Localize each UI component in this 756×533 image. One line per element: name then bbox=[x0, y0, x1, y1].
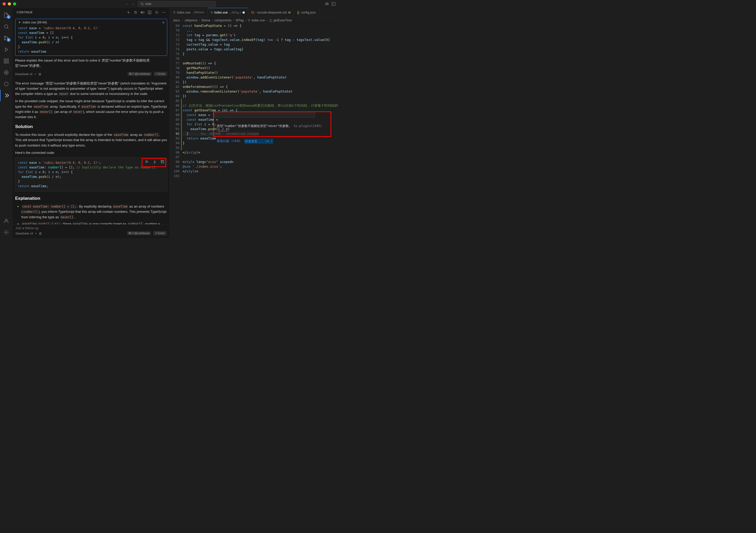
maximize-window-button[interactable] bbox=[13, 2, 16, 6]
error-hover-popup: 类型"number"的参数不能赋给类型"never"的参数。 ts-plugin… bbox=[214, 113, 315, 117]
model-selector[interactable]: DeepSeek v3 bbox=[15, 72, 32, 76]
chevron-down-icon[interactable]: ∨ bbox=[35, 232, 37, 235]
more-icon[interactable] bbox=[162, 11, 166, 14]
window-controls bbox=[3, 2, 16, 6]
titlebar: ← → note bbox=[0, 0, 338, 8]
toggle-icon[interactable] bbox=[141, 11, 145, 14]
tab-config-json[interactable]: {} config.json bbox=[294, 8, 319, 17]
nav-back-button[interactable]: ← bbox=[125, 2, 129, 6]
search-text: note bbox=[145, 2, 151, 6]
run-icon[interactable] bbox=[144, 159, 150, 165]
svg-rect-23 bbox=[162, 161, 164, 163]
editor-content[interactable]: 6970717273747576777879808182838485868788… bbox=[170, 23, 338, 238]
codebase-shortcut: ⌘⏎ @codebase bbox=[127, 72, 151, 76]
dirty-indicator-icon bbox=[243, 12, 245, 13]
solution-heading: Solution bbox=[15, 123, 167, 130]
close-icon[interactable]: ✕ bbox=[162, 21, 165, 24]
scm-badge: 2 bbox=[7, 38, 11, 42]
svg-rect-11 bbox=[7, 62, 8, 63]
enter-button-2[interactable]: ⏎ Enter bbox=[153, 231, 167, 235]
solution-code-block: const ease = 'cubic-bezier(0.4, 0, 0.2, … bbox=[15, 157, 167, 191]
svg-point-6 bbox=[4, 39, 6, 40]
tab-index-whome[interactable]: V index.vue .../WHome bbox=[170, 8, 208, 17]
context-filename: index.vue (88-94) bbox=[23, 21, 47, 24]
chevron-down-icon[interactable]: ∨ bbox=[35, 73, 36, 75]
svg-point-17 bbox=[141, 12, 143, 13]
continue-panel: CONTINUE ▼ index.vue (88-94) ✕ const eas… bbox=[13, 8, 170, 238]
activity-source-control[interactable]: 2 bbox=[0, 32, 13, 44]
json-icon: {} bbox=[297, 11, 299, 14]
tab-deepseek-md[interactable]: M↓ vscode-deepseek.md M bbox=[248, 8, 294, 17]
copy-icon[interactable] bbox=[160, 159, 165, 165]
nav-forward-button[interactable]: → bbox=[131, 2, 135, 6]
followup-input[interactable] bbox=[16, 226, 167, 230]
activity-ai-1[interactable] bbox=[0, 67, 13, 78]
quick-fix-link[interactable]: 快速修复... (⌘.) bbox=[244, 139, 273, 144]
codebase-shortcut-2: ⌘⏎ @codebase bbox=[127, 231, 151, 235]
svg-point-22 bbox=[165, 12, 165, 13]
svg-rect-3 bbox=[332, 2, 336, 6]
search-icon bbox=[141, 2, 144, 6]
activity-extensions[interactable] bbox=[0, 55, 13, 67]
activity-explorer[interactable]: 1 bbox=[0, 10, 13, 21]
cube-icon: ◫ bbox=[269, 18, 272, 22]
svg-point-21 bbox=[163, 12, 164, 13]
model-selector-2[interactable]: DeepSeek v3 bbox=[16, 232, 33, 235]
svg-rect-8 bbox=[4, 59, 6, 61]
vue-icon: V bbox=[211, 11, 213, 14]
attach-icon[interactable]: @ bbox=[39, 232, 42, 235]
explanation-heading: Explanation bbox=[15, 195, 167, 202]
insert-icon[interactable] bbox=[152, 159, 158, 165]
expand-icon[interactable] bbox=[148, 11, 151, 14]
svg-point-1 bbox=[326, 3, 327, 4]
tabs-bar: V index.vue .../WHome V index.vue .../WT… bbox=[170, 8, 338, 17]
svg-point-0 bbox=[141, 3, 143, 5]
svg-point-14 bbox=[5, 219, 7, 221]
activity-settings[interactable] bbox=[0, 227, 13, 238]
svg-point-19 bbox=[156, 12, 157, 13]
gear-icon[interactable] bbox=[155, 11, 159, 14]
svg-point-4 bbox=[4, 25, 8, 28]
vue-icon: V bbox=[173, 11, 175, 14]
explorer-badge: 1 bbox=[7, 15, 11, 19]
view-problem-link[interactable]: 查看问题 (⌥F8) bbox=[217, 139, 240, 144]
svg-point-2 bbox=[327, 3, 328, 4]
vue-icon: V bbox=[248, 18, 250, 22]
activity-debug[interactable] bbox=[0, 44, 13, 55]
enter-button[interactable]: ⏎ Enter bbox=[154, 72, 167, 76]
svg-point-20 bbox=[162, 12, 163, 13]
attach-icon[interactable]: @ bbox=[38, 72, 41, 76]
svg-rect-10 bbox=[4, 62, 6, 63]
activity-bar: 1 2 bbox=[0, 8, 13, 238]
svg-rect-9 bbox=[7, 59, 8, 61]
ai-response: The error message "类型"number"的参数不能赋给类型"n… bbox=[15, 77, 167, 224]
close-window-button[interactable] bbox=[3, 2, 6, 6]
editor-area: V index.vue .../WHome V index.vue .../WT… bbox=[170, 8, 338, 238]
breadcrumbs[interactable]: docs› .vitepress› theme› components› WTa… bbox=[170, 17, 338, 23]
error-source: ts-plugin(2345) bbox=[293, 123, 322, 128]
layout-icon[interactable] bbox=[332, 2, 336, 6]
command-center-search[interactable]: note bbox=[138, 1, 216, 7]
vue-icon: ▼ bbox=[18, 21, 21, 24]
tab-index-wtag[interactable]: V index.vue .../WTag 1 bbox=[208, 8, 248, 17]
followup-container: DeepSeek v3 ∨ @ ⌘⏎ @codebase ⏎ Enter bbox=[13, 224, 170, 238]
svg-point-5 bbox=[4, 36, 6, 37]
code-area[interactable]: 类型"number"的参数不能赋给类型"never"的参数。 ts-plugin… bbox=[183, 23, 338, 238]
activity-search[interactable] bbox=[0, 21, 13, 32]
activity-ai-2[interactable] bbox=[0, 78, 13, 90]
continue-title: CONTINUE bbox=[17, 11, 33, 14]
new-chat-icon[interactable] bbox=[126, 11, 130, 14]
activity-accounts[interactable] bbox=[0, 215, 13, 227]
svg-point-15 bbox=[6, 231, 7, 233]
user-prompt: Please explain the cause of this error a… bbox=[15, 58, 167, 68]
context-block: ▼ index.vue (88-94) ✕ const ease = 'cubi… bbox=[15, 19, 167, 56]
svg-point-13 bbox=[4, 82, 8, 86]
minimize-window-button[interactable] bbox=[8, 2, 11, 6]
history-icon[interactable] bbox=[134, 11, 138, 14]
line-numbers: 6970717273747576777879808182838485868788… bbox=[170, 23, 183, 238]
error-message: 类型"number"的参数不能赋给类型"never"的参数。 bbox=[217, 123, 292, 128]
continue-header: CONTINUE bbox=[13, 8, 170, 17]
accounts-icon[interactable] bbox=[325, 2, 329, 6]
activity-continue[interactable] bbox=[0, 90, 13, 101]
prompt-footer: DeepSeek v3 ∨ @ ⌘⏎ @codebase ⏎ Enter bbox=[15, 71, 167, 77]
